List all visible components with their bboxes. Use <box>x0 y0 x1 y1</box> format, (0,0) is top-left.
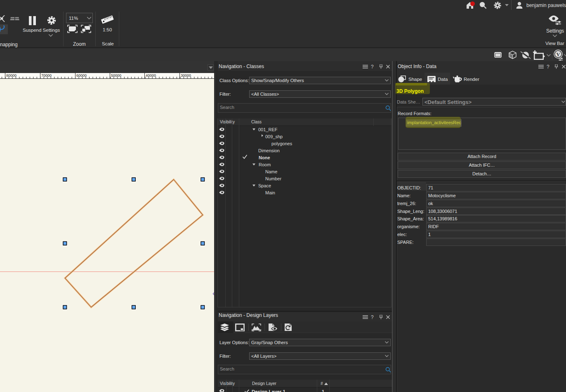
svg-text:50000: 50000 <box>111 73 121 78</box>
svg-text:Space: Space <box>258 183 271 188</box>
svg-text:30000: 30000 <box>181 73 191 78</box>
svg-text:80000: 80000 <box>6 73 17 78</box>
svg-text:Dimension: Dimension <box>258 148 280 153</box>
svg-text:Main: Main <box>265 190 275 195</box>
svg-text:009_shp: 009_shp <box>265 134 283 139</box>
svg-text:70000: 70000 <box>41 73 52 78</box>
svg-text:60000: 60000 <box>76 73 87 78</box>
svg-text:001_REF: 001_REF <box>258 127 278 132</box>
svg-text:None: None <box>259 155 270 160</box>
svg-text:polygones: polygones <box>271 141 292 146</box>
svg-text:Number: Number <box>265 176 281 181</box>
svg-text:Room: Room <box>259 162 271 167</box>
svg-text:40000: 40000 <box>146 73 156 78</box>
svg-text:V: V <box>556 52 560 57</box>
svg-text:Name: Name <box>265 169 277 174</box>
